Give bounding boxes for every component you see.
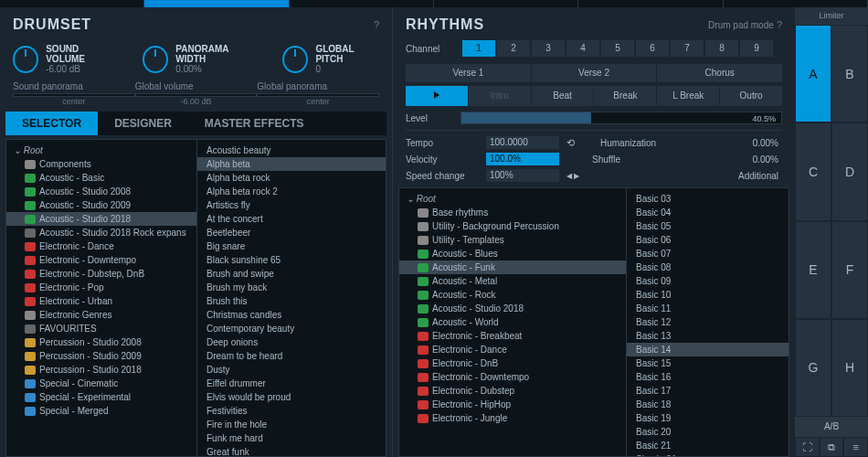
tree-item[interactable]: Special - Experimental xyxy=(6,390,196,404)
tree-item[interactable]: Acoustic - Basic xyxy=(6,171,196,185)
velocity-value[interactable]: 100.0% xyxy=(486,153,559,165)
channel-button[interactable]: 7 xyxy=(671,40,704,57)
list-item[interactable]: Basic 06 xyxy=(627,233,789,247)
tree-item[interactable]: Percussion - Studio 2009 xyxy=(6,349,196,363)
tree-item[interactable]: Electronic - Downtempo xyxy=(399,370,626,384)
tree-item[interactable]: Acoustic - Rock xyxy=(399,288,626,302)
list-item[interactable]: Brush this xyxy=(197,294,386,308)
additional-button[interactable]: Additional xyxy=(587,171,782,181)
tree-item[interactable]: Percussion - Studio 2018 xyxy=(6,363,196,377)
channel-button[interactable]: 5 xyxy=(601,40,634,57)
list-item[interactable]: Festivities xyxy=(197,404,386,418)
sound-panorama-meter[interactable] xyxy=(13,93,135,97)
list-item[interactable]: Big snare xyxy=(197,239,386,253)
channel-button[interactable]: 6 xyxy=(636,40,669,57)
list-item[interactable]: Basic 10 xyxy=(627,288,789,302)
list-item[interactable]: Acoustic beauty xyxy=(197,143,386,157)
list-item[interactable]: Basic 14 xyxy=(627,343,789,356)
list-item[interactable]: Alpha beta rock 2 xyxy=(197,185,386,198)
list-item[interactable]: Basic 03 xyxy=(627,192,789,206)
list-item[interactable]: Elvis would be proud xyxy=(197,390,386,404)
section-button[interactable]: L Break xyxy=(657,86,719,106)
list-item[interactable]: Basic 05 xyxy=(627,219,789,233)
tree-item[interactable]: Acoustic - Studio 2008 xyxy=(6,185,196,198)
verse-button[interactable]: Chorus xyxy=(657,64,782,82)
expand-icon[interactable]: ⛶ xyxy=(795,437,820,457)
tree-item[interactable]: Acoustic - Studio 2018 xyxy=(6,212,196,226)
channel-button[interactable]: 1 xyxy=(462,40,495,57)
list-item[interactable]: Great funk xyxy=(197,445,386,457)
list-item[interactable]: Christmas candles xyxy=(197,308,386,322)
section-button[interactable]: Break xyxy=(594,86,656,106)
tree-item[interactable]: FAVOURITES xyxy=(6,322,196,335)
verse-button[interactable]: Verse 2 xyxy=(532,64,657,82)
drumpad-cell[interactable]: E xyxy=(795,221,831,319)
list-item[interactable]: Alpha beta xyxy=(197,157,386,171)
list-item[interactable]: Basic 17 xyxy=(627,384,789,398)
list-item[interactable]: Basic 11 xyxy=(627,302,789,315)
list-item[interactable]: Contemporary beauty xyxy=(197,322,386,335)
tree-item[interactable]: Acoustic - Studio 2018 Rock expans xyxy=(6,226,196,239)
tree-item[interactable]: Acoustic - Blues xyxy=(399,247,626,260)
list-item[interactable]: Basic 04 xyxy=(627,206,789,219)
list-item[interactable]: Basic 07 xyxy=(627,247,789,260)
tree-item[interactable]: Electronic - Breakbeat xyxy=(399,329,626,343)
top-tab[interactable] xyxy=(434,0,578,7)
shuffle-value[interactable]: 0.00% xyxy=(628,154,782,165)
channel-button[interactable]: 8 xyxy=(705,40,738,57)
verse-button[interactable]: Verse 1 xyxy=(406,64,531,82)
tree-item[interactable]: Electronic Genres xyxy=(6,308,196,322)
tree-item[interactable]: Percussion - Studio 2008 xyxy=(6,335,196,349)
list-item[interactable]: Basic 15 xyxy=(627,356,789,370)
list-item[interactable]: Basic 20 xyxy=(627,425,789,439)
tree-root[interactable]: ⌄ Root xyxy=(6,143,196,157)
tree-item[interactable]: Special - Merged xyxy=(6,404,196,418)
list-item[interactable]: Black sunshine 65 xyxy=(197,253,386,267)
list-item[interactable]: Beetlebeer xyxy=(197,226,386,239)
list-item[interactable]: Deep onions xyxy=(197,335,386,349)
tree-item[interactable]: Electronic - Dance xyxy=(399,343,626,356)
list-item[interactable]: Basic 18 xyxy=(627,398,789,411)
panorama-width-knob[interactable] xyxy=(143,46,168,73)
tree-item[interactable]: Electronic - Dubstep, DnB xyxy=(6,267,196,281)
drumpad-cell[interactable]: F xyxy=(831,221,868,319)
tree-item[interactable]: Utility - Background Percussion xyxy=(399,219,626,233)
speed-change-value[interactable]: 100% xyxy=(486,169,559,182)
tempo-value[interactable]: 100.0000 xyxy=(486,136,559,149)
list-item[interactable]: Basic 13 xyxy=(627,329,789,343)
tree-item[interactable]: Special - Cinematic xyxy=(6,377,196,390)
copy-icon[interactable]: ⧉ xyxy=(820,437,844,457)
top-tab[interactable] xyxy=(578,0,723,7)
tree-item[interactable]: Electronic - Downtempo xyxy=(6,253,196,267)
global-panorama-meter[interactable] xyxy=(257,93,379,97)
tree-item[interactable]: Electronic - Urban xyxy=(6,294,196,308)
tree-item[interactable]: Electronic - Dubstep xyxy=(399,384,626,398)
tree-item[interactable]: Electronic - DnB xyxy=(399,356,626,370)
tree-item[interactable]: Electronic - HipHop xyxy=(399,398,626,411)
section-button[interactable]: Outro xyxy=(720,86,782,106)
list-item[interactable]: Brush and swipe xyxy=(197,267,386,281)
play-button[interactable] xyxy=(406,86,468,106)
tree-item[interactable]: Base rhythms xyxy=(399,206,626,219)
list-item[interactable]: Dusty xyxy=(197,363,386,377)
drumpad-cell[interactable]: H xyxy=(831,319,868,417)
tree-item[interactable]: Electronic - Dance xyxy=(6,239,196,253)
list-item[interactable]: Artistics fly xyxy=(197,198,386,212)
channel-button[interactable]: 3 xyxy=(532,40,565,57)
list-item[interactable]: Basic 21 xyxy=(627,439,789,452)
drumpad-cell[interactable]: A xyxy=(795,25,831,122)
speed-arrows[interactable]: ◀ ▶ xyxy=(566,172,579,180)
list-item[interactable]: Basic 09 xyxy=(627,274,789,288)
list-item[interactable]: Simple 01 xyxy=(627,452,789,457)
tab-master-effects[interactable]: MASTER EFFECTS xyxy=(188,112,321,135)
tree-item[interactable]: Utility - Templates xyxy=(399,233,626,247)
list-item[interactable]: Eiffel drummer xyxy=(197,377,386,390)
list-item[interactable]: At the concert xyxy=(197,212,386,226)
section-button[interactable]: Beat xyxy=(532,86,594,106)
list-item[interactable]: Basic 16 xyxy=(627,370,789,384)
global-volume-meter[interactable] xyxy=(135,93,258,97)
list-item[interactable]: Funk me hard xyxy=(197,431,386,445)
list-item[interactable]: Alpha beta rock xyxy=(197,171,386,185)
drumpad-cell[interactable]: B xyxy=(831,25,868,122)
help-icon[interactable]: ? xyxy=(374,19,379,30)
